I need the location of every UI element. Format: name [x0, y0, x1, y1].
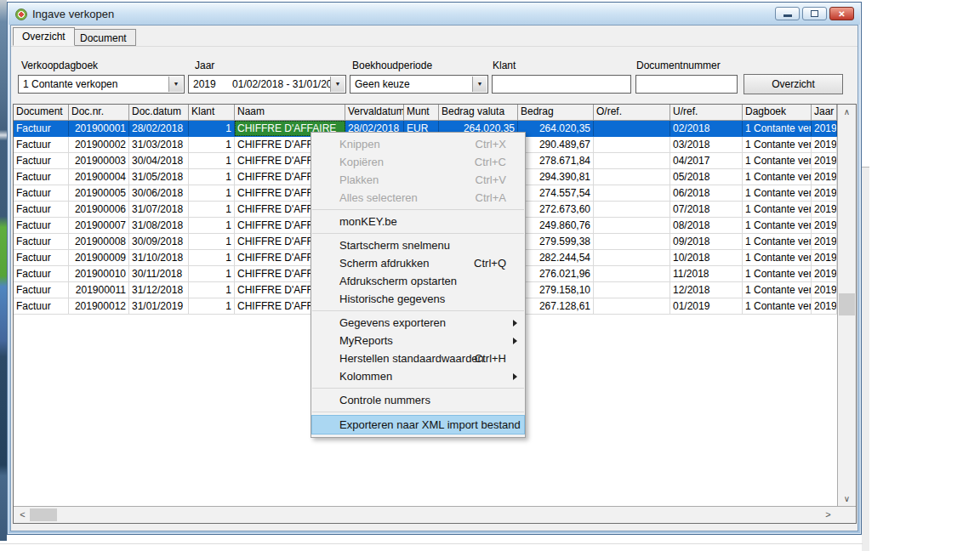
menu-item[interactable]: Gegevens exporteren — [311, 314, 525, 332]
table-cell: 201900009 — [69, 250, 129, 265]
table-cell: 2019 — [812, 153, 837, 168]
table-cell: 201900007 — [69, 218, 129, 233]
table-cell: Factuur — [14, 250, 69, 265]
title-bar[interactable]: Ingave verkopen ✕ — [9, 3, 860, 25]
menu-separator — [312, 209, 524, 210]
horizontal-scrollbar-thumb[interactable] — [30, 508, 57, 521]
menu-item[interactable]: Exporteren naar XML import bestand — [311, 415, 525, 435]
minimize-button[interactable] — [775, 7, 800, 20]
table-cell: 2019 — [812, 121, 837, 136]
menu-item-label: Alles selecteren — [339, 191, 418, 204]
scroll-right-icon[interactable]: > — [821, 507, 835, 523]
table-cell — [594, 250, 670, 265]
table-cell: 30/09/2018 — [129, 234, 189, 249]
column-header[interactable]: Bedrag valuta — [439, 105, 518, 120]
scroll-left-icon[interactable]: < — [15, 507, 30, 523]
table-cell: 201900006 — [69, 202, 129, 217]
column-header[interactable]: Naam — [235, 105, 345, 120]
menu-item[interactable]: Startscherm snelmenu — [311, 236, 525, 254]
table-cell: 2019 — [812, 202, 837, 217]
menu-separator — [312, 233, 524, 234]
column-header[interactable]: Klant — [189, 105, 235, 120]
table-cell: Factuur — [14, 266, 69, 281]
table-cell: 249.860,76 — [518, 218, 594, 233]
overzicht-button[interactable]: Overzicht — [744, 74, 843, 94]
tab-overzicht[interactable]: Overzicht — [13, 27, 75, 46]
menu-item[interactable]: Historische gegevens — [311, 290, 525, 308]
menu-item-shortcut: Ctrl+Q — [474, 254, 506, 272]
restore-button[interactable] — [802, 7, 827, 20]
table-cell: 04/2017 — [670, 153, 743, 168]
table-cell — [594, 169, 670, 185]
scroll-down-icon[interactable]: ∨ — [838, 491, 856, 506]
table-cell: 290.489,67 — [518, 137, 594, 152]
context-menu: KnippenCtrl+XKopiërenCtrl+CPlakkenCtrl+V… — [311, 132, 526, 438]
klant-input[interactable] — [492, 75, 631, 94]
menu-item[interactable]: monKEY.be — [311, 213, 525, 230]
table-cell: 272.673,60 — [518, 202, 594, 217]
jaar-select[interactable]: 2019 01/02/2018 - 31/01/2019 ▼ — [188, 75, 346, 94]
table-cell: 1 Contante verkopen — [743, 169, 812, 185]
boekhoudperiode-label: Boekhoudperiode — [352, 60, 432, 71]
close-icon: ✕ — [838, 9, 845, 19]
table-cell — [594, 121, 670, 136]
column-header[interactable]: Dagboek — [743, 105, 812, 120]
chevron-down-icon[interactable]: ▼ — [168, 77, 183, 92]
table-cell: 06/2018 — [670, 185, 743, 201]
column-header[interactable]: Document — [14, 105, 69, 120]
table-cell: 1 — [189, 185, 235, 201]
menu-item[interactable]: MyReports — [311, 332, 525, 349]
column-header[interactable]: Munt — [404, 105, 439, 120]
vertical-scrollbar-thumb[interactable] — [839, 293, 855, 315]
menu-item[interactable]: Herstellen standaardwaardenCtrl+H — [311, 349, 525, 367]
table-cell: Factuur — [14, 298, 69, 314]
vertical-scrollbar[interactable]: ∧ ∨ — [837, 105, 856, 506]
column-header[interactable]: Jaar — [812, 105, 837, 120]
table-cell: Factuur — [14, 202, 69, 217]
table-cell — [594, 202, 670, 217]
table-cell: 08/2018 — [670, 218, 743, 233]
chevron-down-icon[interactable]: ▼ — [330, 77, 345, 92]
table-cell: 1 — [189, 137, 235, 152]
verkoopdagboek-select[interactable]: 1 Contante verkopen ▼ — [18, 75, 185, 94]
menu-separator — [312, 388, 524, 389]
column-header[interactable]: Doc.nr. — [69, 105, 129, 120]
close-button[interactable]: ✕ — [829, 7, 854, 20]
table-cell: Factuur — [14, 121, 69, 136]
table-cell: 31/10/2018 — [129, 250, 189, 265]
table-cell: 1 Contante verkopen — [743, 298, 812, 314]
table-cell: 07/2018 — [670, 202, 743, 217]
menu-item-label: Gegevens exporteren — [339, 316, 446, 329]
table-cell: 11/2018 — [670, 266, 743, 281]
klant-label: Klant — [493, 60, 516, 71]
column-header[interactable]: U/ref. — [670, 105, 743, 120]
menu-item[interactable]: Afdrukscherm opstarten — [311, 272, 525, 290]
table-cell: 1 Contante verkopen — [743, 121, 812, 136]
chevron-down-icon[interactable]: ▼ — [472, 77, 487, 92]
screen: Ingave verkopen ✕ Overzicht Document Ver… — [0, 0, 980, 551]
column-header[interactable]: O/ref. — [594, 105, 670, 120]
menu-item-shortcut: Ctrl+X — [476, 135, 506, 153]
documentnummer-input[interactable] — [635, 75, 738, 94]
table-cell: 01/2019 — [670, 298, 743, 314]
menu-separator — [312, 412, 524, 412]
scroll-up-icon[interactable]: ∧ — [838, 105, 856, 119]
table-cell: 201900012 — [69, 298, 129, 314]
column-header[interactable]: Vervaldatum — [345, 105, 404, 120]
boekhoudperiode-select[interactable]: Geen keuze ▼ — [350, 75, 488, 94]
column-header[interactable]: Doc.datum — [129, 105, 189, 120]
menu-item[interactable]: Scherm afdrukkenCtrl+Q — [311, 254, 525, 272]
menu-item-shortcut: Ctrl+V — [476, 171, 506, 189]
horizontal-scrollbar[interactable]: < > — [14, 506, 856, 523]
tab-document[interactable]: Document — [71, 29, 136, 46]
table-cell: 201900005 — [69, 185, 129, 201]
table-cell: 1 Contante verkopen — [743, 137, 812, 152]
column-header[interactable]: Bedrag — [518, 105, 594, 120]
menu-separator — [312, 310, 524, 311]
table-cell: 282.244,54 — [518, 250, 594, 265]
menu-item[interactable]: Kolommen — [311, 367, 525, 385]
table-cell: Factuur — [14, 137, 69, 152]
menu-item[interactable]: Controle nummers — [311, 391, 525, 409]
menu-item-label: Knippen — [339, 138, 380, 151]
table-cell: Factuur — [14, 282, 69, 298]
